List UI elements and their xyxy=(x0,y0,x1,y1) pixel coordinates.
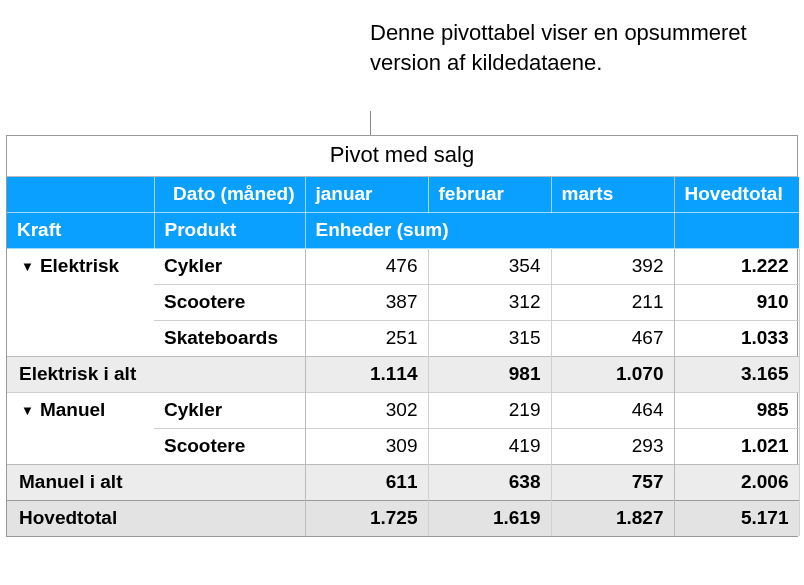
subtotal-value: 638 xyxy=(428,465,551,501)
product-label: Scootere xyxy=(154,429,305,465)
cell-value: 309 xyxy=(305,429,428,465)
product-label: Cykler xyxy=(154,249,305,285)
group-toggle-manuel[interactable]: ▼Manuel xyxy=(7,393,154,465)
disclosure-triangle-icon[interactable]: ▼ xyxy=(21,259,34,274)
cell-value: 467 xyxy=(551,321,674,357)
header-month-feb[interactable]: februar xyxy=(428,177,551,213)
cell-value: 464 xyxy=(551,393,674,429)
header-grand-total: Hovedtotal xyxy=(674,177,799,213)
subtotal-row-elektrisk: Elektrisk i alt 1.114 981 1.070 3.165 xyxy=(7,357,799,393)
cell-value: 354 xyxy=(428,249,551,285)
pivot-table: Pivot med salg Dato (måned) januar febru… xyxy=(6,135,798,537)
pivot-grid: Dato (måned) januar februar marts Hovedt… xyxy=(7,177,800,536)
callout-line xyxy=(370,111,371,137)
header-blank xyxy=(7,177,154,213)
row-total: 1.033 xyxy=(674,321,799,357)
group-name: Elektrisk xyxy=(40,255,119,276)
header-produkt[interactable]: Produkt xyxy=(154,213,305,249)
cell-value: 302 xyxy=(305,393,428,429)
product-label: Cykler xyxy=(154,393,305,429)
header-month-jan[interactable]: januar xyxy=(305,177,428,213)
cell-value: 211 xyxy=(551,285,674,321)
header-month-mar[interactable]: marts xyxy=(551,177,674,213)
subtotal-value: 757 xyxy=(551,465,674,501)
product-label: Skateboards xyxy=(154,321,305,357)
row-total: 1.222 xyxy=(674,249,799,285)
cell-value: 312 xyxy=(428,285,551,321)
table-row: ▼Manuel Cykler 302 219 464 985 xyxy=(7,393,799,429)
grand-total-value: 1.619 xyxy=(428,501,551,537)
cell-value: 315 xyxy=(428,321,551,357)
grand-total-value: 1.725 xyxy=(305,501,428,537)
subtotal-label: Elektrisk i alt xyxy=(7,357,305,393)
subtotal-total: 3.165 xyxy=(674,357,799,393)
cell-value: 476 xyxy=(305,249,428,285)
group-name: Manuel xyxy=(40,399,105,420)
grand-total-label: Hovedtotal xyxy=(7,501,305,537)
cell-value: 419 xyxy=(428,429,551,465)
header-row-2: Kraft Produkt Enheder (sum) xyxy=(7,213,799,249)
row-total: 985 xyxy=(674,393,799,429)
group-toggle-elektrisk[interactable]: ▼Elektrisk xyxy=(7,249,154,357)
header-row-1: Dato (måned) januar februar marts Hovedt… xyxy=(7,177,799,213)
header-kraft[interactable]: Kraft xyxy=(7,213,154,249)
cell-value: 219 xyxy=(428,393,551,429)
subtotal-value: 981 xyxy=(428,357,551,393)
cell-value: 392 xyxy=(551,249,674,285)
product-label: Scootere xyxy=(154,285,305,321)
subtotal-value: 1.114 xyxy=(305,357,428,393)
table-row: ▼Elektrisk Cykler 476 354 392 1.222 xyxy=(7,249,799,285)
header-values-label: Enheder (sum) xyxy=(305,213,674,249)
cell-value: 251 xyxy=(305,321,428,357)
caption-text: Denne pivottabel viser en opsummeret ver… xyxy=(370,18,804,77)
grand-total-total: 5.171 xyxy=(674,501,799,537)
row-total: 910 xyxy=(674,285,799,321)
grand-total-value: 1.827 xyxy=(551,501,674,537)
cell-value: 293 xyxy=(551,429,674,465)
subtotal-total: 2.006 xyxy=(674,465,799,501)
disclosure-triangle-icon[interactable]: ▼ xyxy=(21,403,34,418)
grand-total-row: Hovedtotal 1.725 1.619 1.827 5.171 xyxy=(7,501,799,537)
row-total: 1.021 xyxy=(674,429,799,465)
subtotal-value: 1.070 xyxy=(551,357,674,393)
table-title: Pivot med salg xyxy=(7,136,797,177)
subtotal-row-manuel: Manuel i alt 611 638 757 2.006 xyxy=(7,465,799,501)
subtotal-value: 611 xyxy=(305,465,428,501)
cell-value: 387 xyxy=(305,285,428,321)
header-date-label: Dato (måned) xyxy=(154,177,305,213)
header-blank-2 xyxy=(674,213,799,249)
subtotal-label: Manuel i alt xyxy=(7,465,305,501)
